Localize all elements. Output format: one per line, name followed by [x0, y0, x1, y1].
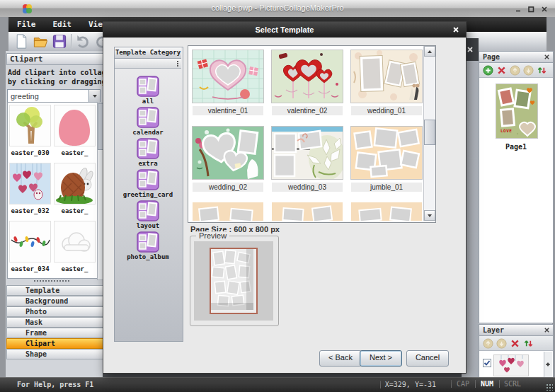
- undo-icon[interactable]: [74, 33, 91, 50]
- clipart-description: Add clipart into collage by clicking or …: [8, 68, 103, 86]
- layer-visibility-checkbox[interactable]: [483, 359, 491, 367]
- page-thumb-love-text: LOVE: [500, 128, 512, 133]
- clipart-item[interactable]: easter_: [52, 161, 97, 219]
- menu-edit[interactable]: Edit: [45, 17, 81, 32]
- layer-scroll-down-icon[interactable]: [546, 364, 550, 375]
- scroll-down-button[interactable]: [424, 210, 435, 221]
- template-wedding-01[interactable]: wedding_01: [349, 50, 424, 115]
- template-wedding-02[interactable]: wedding_02: [190, 126, 265, 192]
- application-window: collage.pwp - PictureCollageMakerPro Fil…: [0, 0, 555, 392]
- template-partial-row[interactable]: [272, 202, 343, 221]
- category-label: all: [142, 98, 154, 105]
- move-page-down-icon-disabled: [523, 65, 534, 76]
- add-page-icon[interactable]: [483, 65, 493, 76]
- close-document-icon[interactable]: [467, 46, 474, 53]
- clipart-category-select[interactable]: greeting: [7, 89, 101, 103]
- category-icon: [137, 169, 159, 190]
- layer-panel-toolbar: [479, 336, 553, 351]
- category-label: greeting_card: [123, 191, 173, 198]
- status-help-text: For Help, press F1: [17, 381, 93, 388]
- swap-pages-icon[interactable]: [537, 65, 547, 76]
- template-scrollbar[interactable]: [423, 46, 435, 221]
- category-greeting-card[interactable]: greeting_card: [115, 169, 181, 200]
- splitter-handle[interactable]: [34, 280, 69, 284]
- tab-photo[interactable]: Photo: [6, 306, 103, 317]
- page-thumbnail[interactable]: LOVE: [496, 83, 538, 139]
- template-wedding-03[interactable]: wedding_03: [270, 126, 345, 192]
- category-label: extra: [138, 160, 157, 167]
- clipart-item[interactable]: easter_: [52, 103, 97, 161]
- dialog-close-button[interactable]: [450, 25, 462, 35]
- cancel-button[interactable]: Cancel: [406, 350, 449, 367]
- swap-layers-icon[interactable]: [523, 338, 534, 349]
- tab-frame[interactable]: Frame: [6, 328, 103, 338]
- close-button[interactable]: [538, 4, 550, 13]
- layer-list: [479, 351, 553, 378]
- delete-page-icon[interactable]: [496, 65, 507, 76]
- clipart-item[interactable]: easter_030: [8, 103, 52, 161]
- wedding-01-thumbnail: [351, 50, 422, 103]
- valentine-02-thumbnail: [272, 50, 343, 103]
- tab-background[interactable]: Background: [6, 296, 103, 306]
- category-icon: [137, 107, 159, 128]
- open-folder-icon[interactable]: [32, 33, 49, 50]
- string-lights-clipart-icon: [10, 221, 50, 262]
- clipart-panel-title: Clipart: [6, 53, 103, 65]
- clipart-item[interactable]: easter_: [52, 219, 97, 277]
- resize-grip[interactable]: [546, 384, 553, 391]
- clipart-scrollbar-thumb[interactable]: [98, 103, 103, 150]
- clipart-scrollbar[interactable]: [97, 102, 103, 280]
- preview-area: [194, 241, 273, 321]
- close-layer-panel-icon[interactable]: [544, 327, 550, 333]
- minimize-button[interactable]: [512, 4, 524, 13]
- category-extra[interactable]: extra: [115, 138, 181, 169]
- next-button[interactable]: Next >: [360, 350, 402, 367]
- category-all[interactable]: all: [115, 76, 181, 107]
- delete-layer-icon[interactable]: [510, 338, 520, 349]
- toolbar-separator: [71, 34, 72, 48]
- template-partial-row[interactable]: [351, 202, 422, 221]
- jumble-01-thumbnail: [351, 127, 422, 179]
- layer-panel-header: Layer: [479, 325, 553, 336]
- tab-clipart[interactable]: Clipart: [6, 338, 103, 349]
- save-icon[interactable]: [51, 33, 68, 50]
- menu-file[interactable]: File: [8, 17, 45, 32]
- layer-thumbnail[interactable]: [493, 354, 529, 376]
- clipart-item-label: easter_032: [11, 207, 49, 214]
- template-jumble-01[interactable]: jumble_01: [349, 126, 424, 192]
- layer-scrollbar[interactable]: [544, 352, 552, 377]
- tab-mask[interactable]: Mask: [6, 317, 103, 328]
- close-page-panel-icon[interactable]: [544, 54, 550, 60]
- clipart-item[interactable]: easter_034: [8, 219, 52, 277]
- back-button[interactable]: < Back: [319, 350, 362, 367]
- pink-egg-clipart-icon: [55, 105, 95, 146]
- category-calendar[interactable]: calendar: [115, 107, 181, 138]
- category-photo-album[interactable]: photo_album: [115, 231, 181, 263]
- new-document-icon[interactable]: [13, 33, 30, 50]
- title-bar: collage.pwp - PictureCollageMakerPro: [0, 0, 555, 17]
- template-partial-row[interactable]: [193, 202, 263, 221]
- scroll-up-button[interactable]: [424, 46, 435, 57]
- clipart-item[interactable]: easter_032: [8, 161, 52, 219]
- template-valentine-02[interactable]: valentine_02: [270, 50, 345, 115]
- category-label: calendar: [132, 129, 163, 136]
- dropdown-arrow-icon[interactable]: [88, 90, 100, 102]
- clipart-list: easter_030 easter_: [7, 102, 98, 279]
- template-valentine-01[interactable]: valentine_01: [190, 50, 265, 115]
- template-label: jumble_01: [351, 183, 422, 192]
- category-layout[interactable]: layout: [115, 200, 181, 231]
- easter-egg-bunny-clipart-icon: [55, 163, 95, 204]
- overflow-menu-icon[interactable]: [177, 61, 178, 62]
- clipart-item-label: easter_: [62, 265, 88, 272]
- template-label: valentine_02: [272, 106, 343, 115]
- tab-template[interactable]: Template: [6, 285, 103, 296]
- scroll-lock-indicator: SCRL: [499, 380, 525, 388]
- cloud-clipart-icon: [55, 221, 95, 262]
- caps-lock-indicator: CAP: [451, 380, 474, 388]
- preview-collage-image: [211, 249, 253, 310]
- window-title: collage.pwp - PictureCollageMakerPro: [0, 4, 555, 12]
- num-lock-indicator: NUM: [475, 380, 498, 388]
- scrollbar-thumb[interactable]: [424, 120, 435, 145]
- tab-shape[interactable]: Shape: [6, 349, 103, 359]
- maximize-button[interactable]: [525, 4, 537, 13]
